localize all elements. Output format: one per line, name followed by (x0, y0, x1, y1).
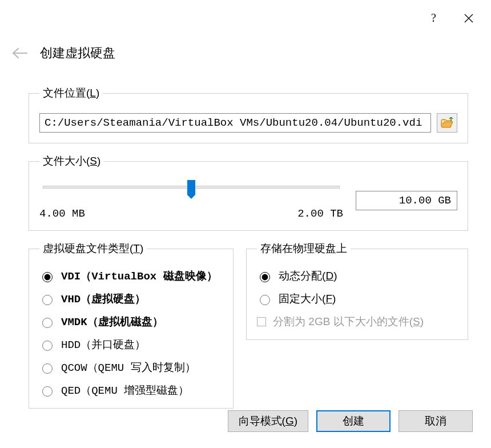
slider-thumb[interactable] (187, 180, 195, 195)
disk-type-label: QCOW（QEMU 写入时复制） (61, 360, 196, 375)
storage-radio[interactable] (260, 272, 270, 282)
file-location-legend: 文件位置(L) (39, 86, 103, 101)
checkbox-icon (257, 317, 266, 326)
storage-legend: 存储在物理硬盘上 (257, 241, 351, 256)
disk-type-group: 虚拟硬盘文件类型(T) VDI（VirtualBox 磁盘映像）VHD（虚拟硬盘… (29, 241, 234, 409)
file-size-legend: 文件大小(S) (39, 154, 104, 169)
disk-type-option[interactable]: QED（QEMU 增强型磁盘） (39, 383, 223, 398)
disk-type-label: VDI（VirtualBox 磁盘映像） (61, 269, 218, 283)
storage-label: 固定大小(F) (279, 291, 336, 306)
file-path-input[interactable] (39, 113, 431, 133)
help-icon[interactable]: ? (431, 11, 436, 25)
disk-type-label: VHD（虚拟硬盘） (61, 291, 146, 306)
dialog-title: 创建虚拟硬盘 (40, 45, 115, 62)
disk-type-radio[interactable] (42, 341, 53, 351)
disk-type-radio[interactable] (42, 386, 53, 397)
wizard-mode-button[interactable]: 向导模式(G) (228, 410, 308, 432)
disk-type-label: HDD（并口硬盘） (61, 337, 146, 352)
storage-option[interactable]: 动态分配(D) (257, 269, 457, 283)
size-slider[interactable] (39, 181, 343, 196)
create-button[interactable]: 创建 (316, 410, 391, 432)
split-2gb-checkbox: 分割为 2GB 以下大小的文件(S) (257, 314, 457, 329)
back-arrow-icon[interactable] (11, 47, 27, 59)
storage-label: 动态分配(D) (279, 269, 337, 283)
browse-button[interactable] (437, 113, 457, 133)
disk-type-option[interactable]: HDD（并口硬盘） (39, 337, 223, 352)
disk-type-radio[interactable] (42, 295, 53, 305)
split-label: 分割为 2GB 以下大小的文件(S) (273, 314, 424, 329)
size-max-label: 2.00 TB (297, 207, 343, 220)
disk-type-option[interactable]: QCOW（QEMU 写入时复制） (39, 360, 223, 375)
file-location-group: 文件位置(L) (29, 86, 468, 143)
size-min-label: 4.00 MB (39, 207, 85, 220)
disk-type-option[interactable]: VMDK（虚拟机磁盘） (39, 314, 223, 329)
storage-radio[interactable] (260, 295, 270, 305)
disk-type-label: VMDK（虚拟机磁盘） (61, 314, 163, 329)
close-icon[interactable] (464, 13, 474, 23)
disk-type-radio[interactable] (42, 363, 53, 374)
disk-type-option[interactable]: VDI（VirtualBox 磁盘映像） (39, 269, 223, 283)
disk-type-option[interactable]: VHD（虚拟硬盘） (39, 291, 223, 306)
storage-group: 存储在物理硬盘上 动态分配(D)固定大小(F)分割为 2GB 以下大小的文件(S… (246, 241, 468, 340)
disk-type-legend: 虚拟硬盘文件类型(T) (39, 241, 147, 256)
folder-open-icon (441, 117, 453, 129)
cancel-button[interactable]: 取消 (399, 410, 473, 432)
disk-type-radio[interactable] (42, 272, 53, 282)
size-value-display[interactable]: 10.00 GB (356, 191, 457, 210)
file-size-group: 文件大小(S) 4.00 MB 2.00 TB 10.00 GB (29, 154, 468, 231)
disk-type-radio[interactable] (42, 318, 53, 328)
disk-type-label: QED（QEMU 增强型磁盘） (61, 383, 189, 398)
storage-option[interactable]: 固定大小(F) (257, 291, 457, 306)
